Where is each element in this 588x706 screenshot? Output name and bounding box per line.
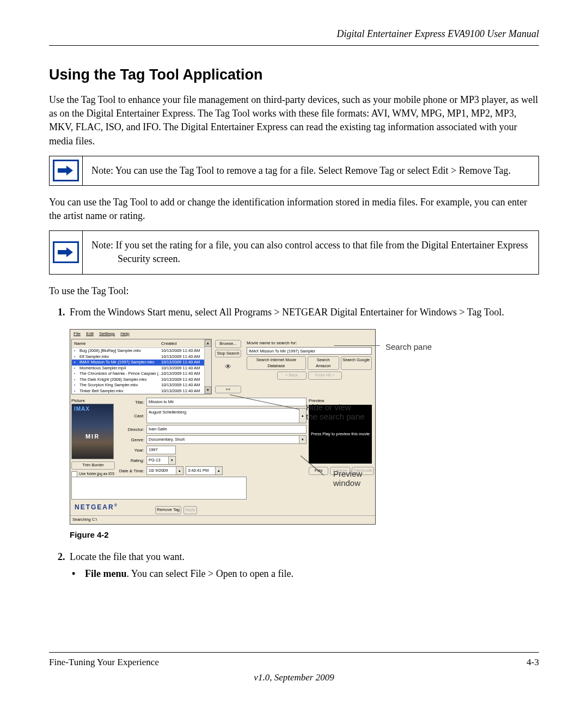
table-row[interactable]: ▪The Chronicles of Narnia - Prince Caspi… <box>72 371 211 377</box>
menu-help[interactable]: Help <box>120 331 129 336</box>
genre-label: Genre: <box>118 437 144 443</box>
spinner-icon[interactable]: ▴ <box>215 467 222 474</box>
callout-hide-view: Hide or viewthe search pane <box>306 403 365 421</box>
note-box-1: Note: You can use the Tag Tool to remove… <box>49 156 539 186</box>
trim-border-button[interactable]: Trim Border <box>71 461 115 470</box>
note-text-1: Note: You can use the Tag Tool to remove… <box>83 156 538 185</box>
datetime-label: Date & Time: <box>118 468 144 474</box>
search-input[interactable]: IMAX Mission To Mir (1997) Sampler <box>247 347 372 355</box>
table-row[interactable]: ▪Momentous Sampler.mp410/13/2009 11:40 A… <box>72 366 211 372</box>
section-heading: Using the Tag Tool Application <box>49 65 539 86</box>
director-input[interactable]: Ivan Galin <box>146 425 307 434</box>
menubar[interactable]: File Edit Settings Help <box>70 330 375 338</box>
figure-caption: Figure 4-2 <box>70 529 539 540</box>
search-amazon-button[interactable]: Search Amazon <box>308 356 339 370</box>
footer-version: v1.0, September 2009 <box>49 671 539 684</box>
remove-tag-button[interactable]: Remove Tag <box>155 506 181 514</box>
table-row[interactable]: ▪The Scorpion King Sampler.mkv10/13/2009… <box>72 382 211 388</box>
cast-label: Cast: <box>118 413 144 419</box>
search-pane: Movie name to search for: IMAX Mission T… <box>244 339 374 394</box>
netgear-logo: NETGEAR® <box>75 503 118 512</box>
browse-button[interactable]: Browse... <box>215 340 241 348</box>
paragraph-3: To use the Tag Tool: <box>49 284 539 298</box>
stop-search-button[interactable]: Stop Search <box>215 350 241 358</box>
apply-button[interactable]: Apply <box>183 506 197 514</box>
callout-preview: Previewwindow <box>333 470 362 488</box>
back-button[interactable]: < Back <box>277 372 307 380</box>
file-list[interactable]: Name Created Size ▪Bug (2006) [BluRay] S… <box>71 339 212 394</box>
chevron-up-icon[interactable]: ▴ <box>299 409 306 423</box>
from-hit-button[interactable]: From Hit > <box>308 372 342 380</box>
cast-input[interactable]: August Schellenberg▴ <box>146 408 307 423</box>
genre-select[interactable]: Documentary, Short▾ <box>146 435 307 444</box>
table-row[interactable]: ▪Bug (2006) [BluRay] Sampler.mkv10/13/20… <box>72 348 211 354</box>
paragraph-2: You can use the Tag Tool to add or chang… <box>49 196 539 223</box>
step-2: Locate the file that you want. File menu… <box>68 550 539 581</box>
eye-icon: 👁 <box>215 362 241 372</box>
arrow-icon <box>53 160 79 181</box>
note-icon-cell <box>50 156 83 185</box>
time-input[interactable]: 3:40:41 PM▴ <box>186 466 223 475</box>
step-2-bullet-1: File menu. You can select File > Open to… <box>85 567 539 581</box>
poster-image: IMAX MIR <box>71 404 114 459</box>
note-icon-cell <box>50 231 83 273</box>
screenshot-wrapper: File Edit Settings Help Name Created <box>70 329 376 524</box>
date-input[interactable]: 10/ 9/2009▴ <box>146 466 183 475</box>
scroll-up-icon[interactable]: ▴ <box>205 339 211 347</box>
status-bar: Searching C:\ <box>70 515 375 524</box>
search-google-button[interactable]: Search Google <box>341 356 372 370</box>
table-row[interactable]: ▪Elf Sampler.mkv10/13/2009 11:40 AM50.1 … <box>72 354 211 360</box>
footer-left: Fine-Tuning Your Experience <box>49 656 159 669</box>
menu-edit[interactable]: Edit <box>86 331 94 336</box>
picture-label: Picture <box>71 398 115 404</box>
table-row[interactable]: ▪Tinker Bell Sampler.mkv10/13/2009 11:40… <box>72 388 211 394</box>
chevron-down-icon[interactable]: ▾ <box>168 457 175 464</box>
rating-label: Rating: <box>118 458 144 464</box>
chevron-down-icon[interactable]: ▾ <box>299 436 306 443</box>
synopsis-textarea[interactable] <box>71 477 247 500</box>
collapse-button[interactable]: << <box>215 386 241 394</box>
rating-select[interactable]: PG-13▾ <box>146 456 176 465</box>
page-header: Digital Entertainer Express EVA9100 User… <box>49 27 539 46</box>
scrollbar[interactable]: ▴ ▾ <box>204 339 211 394</box>
title-label: Title: <box>118 399 144 405</box>
note-text-2: Note: If you set the rating for a file, … <box>83 231 538 273</box>
search-imdb-button[interactable]: Search Internet Movie Database <box>247 356 306 370</box>
tag-tool-screenshot: File Edit Settings Help Name Created <box>70 329 376 524</box>
callout-search-pane: Search pane <box>385 341 432 352</box>
step-1: From the Windows Start menu, select All … <box>68 306 539 540</box>
col-name[interactable]: Name <box>74 340 161 346</box>
arrow-icon <box>53 241 79 263</box>
year-input[interactable]: 1997 <box>146 446 176 454</box>
year-label: Year: <box>118 447 144 453</box>
note-box-2: Note: If you set the rating for a file, … <box>49 230 539 274</box>
director-label: Director: <box>118 427 144 433</box>
intro-paragraph: Use the Tag Tool to enhance your file ma… <box>49 93 539 148</box>
menu-file[interactable]: File <box>74 331 81 336</box>
scroll-down-icon[interactable]: ▾ <box>205 386 211 394</box>
menu-settings[interactable]: Settings <box>99 331 115 336</box>
table-row-selected[interactable]: ▪IMAX Mission To Mir (1997) Sampler.mkv1… <box>72 360 211 366</box>
spinner-icon[interactable]: ▴ <box>176 467 183 474</box>
table-row[interactable]: ▪The Dark Knight (2008) Sampler.mkv10/13… <box>72 377 211 383</box>
footer-page-number: 4-3 <box>526 656 539 669</box>
